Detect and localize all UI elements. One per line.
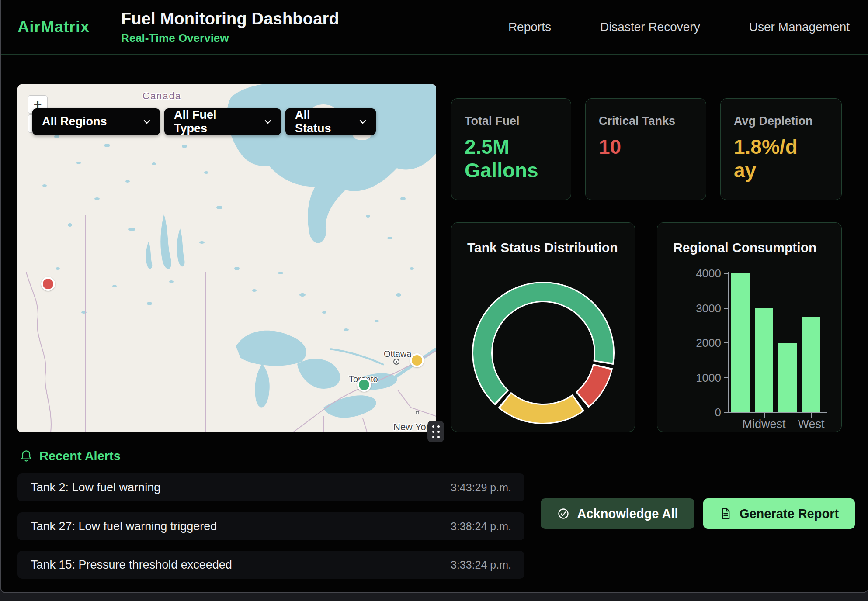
city-dot-new-york [416, 411, 419, 414]
tank-status-donut-chart [469, 279, 618, 427]
stat-label: Total Fuel [465, 114, 558, 128]
region-filter-dropdown[interactable]: All Regions [32, 108, 160, 135]
city-dot-ottawa-core [396, 361, 397, 363]
main-nav: Reports Disaster Recovery User Managemen… [508, 20, 850, 34]
tank-marker-normal[interactable] [357, 378, 371, 392]
alert-row[interactable]: Tank 15: Pressure threshold exceeded 3:3… [17, 551, 524, 579]
alert-row[interactable]: Tank 27: Low fuel warning triggered 3:38… [17, 512, 524, 540]
status-filter-dropdown[interactable]: All Status [285, 108, 376, 135]
x-tick-label: West [798, 418, 824, 431]
grip-dots-icon [432, 425, 440, 438]
tank-marker-warning[interactable] [410, 353, 424, 367]
header: AirMatrix Fuel Monitoring Dashboard Real… [1, 0, 868, 55]
map-resize-handle[interactable] [427, 421, 444, 442]
chart-title: Tank Status Distribution [451, 223, 635, 255]
alert-row[interactable]: Tank 2: Low fuel warning 3:43:29 p.m. [17, 473, 524, 501]
chevron-down-icon [264, 120, 271, 124]
dashboard-app: AirMatrix Fuel Monitoring Dashboard Real… [0, 0, 868, 593]
alerts-header: Recent Alerts [20, 449, 121, 463]
alert-message: Tank 27: Low fuel warning triggered [31, 520, 451, 533]
alert-message: Tank 15: Pressure threshold exceeded [31, 558, 451, 572]
acknowledge-all-label: Acknowledge All [577, 507, 678, 521]
tank-status-card: Tank Status Distribution [451, 222, 635, 432]
alert-time: 3:33:24 p.m. [451, 559, 511, 571]
tank-marker-critical[interactable] [41, 277, 55, 291]
chevron-down-icon [143, 120, 150, 124]
stat-label: Critical Tanks [599, 114, 693, 128]
fuel-map[interactable]: Canada Ottawa Toronto New York + − All R… [17, 84, 436, 432]
app-logo: AirMatrix [17, 18, 90, 36]
stat-card-total-fuel: Total Fuel 2.5M Gallons [451, 98, 571, 200]
check-circle-icon [557, 508, 569, 520]
x-tick-label: Midwest [742, 418, 785, 431]
stat-value: 2.5M Gallons [465, 135, 552, 183]
fuel-type-filter-value: All Fuel Types [174, 108, 253, 135]
generate-report-button[interactable]: Generate Report [703, 498, 855, 529]
map-label-ottawa: Ottawa [384, 349, 412, 359]
map-filters: All Regions All Fuel Types All Status [32, 108, 376, 135]
stat-card-avg-depletion: Avg Depletion 1.8%/day [720, 98, 842, 200]
alerts-title: Recent Alerts [39, 449, 121, 463]
document-icon [719, 508, 732, 520]
region-filter-value: All Regions [42, 115, 132, 128]
bell-icon [20, 450, 32, 463]
status-filter-value: All Status [295, 108, 348, 135]
stat-label: Avg Depletion [734, 114, 828, 128]
stat-card-critical-tanks: Critical Tanks 10 [585, 98, 706, 200]
regional-consumption-card: Regional Consumption 01000200030004000 M… [657, 222, 842, 432]
nav-disaster-recovery[interactable]: Disaster Recovery [600, 20, 700, 34]
nav-reports[interactable]: Reports [508, 20, 551, 34]
map-label-canada: Canada [142, 90, 181, 101]
alert-time: 3:43:29 p.m. [451, 481, 511, 494]
fuel-type-filter-dropdown[interactable]: All Fuel Types [164, 108, 281, 135]
map-canvas: Canada Ottawa Toronto New York [17, 84, 436, 432]
chevron-down-icon [359, 120, 366, 124]
stat-value: 10 [599, 135, 693, 159]
alert-time: 3:38:24 p.m. [451, 520, 511, 533]
page-title: Fuel Monitoring Dashboard [121, 10, 339, 28]
acknowledge-all-button[interactable]: Acknowledge All [541, 498, 694, 529]
nav-user-management[interactable]: User Management [749, 20, 850, 34]
bar-chart-x-labels: MidwestWest [657, 223, 841, 432]
generate-report-label: Generate Report [740, 507, 839, 521]
page-subtitle: Real-Time Overview [121, 31, 339, 45]
stat-value: 1.8%/day [734, 135, 799, 183]
alert-message: Tank 2: Low fuel warning [31, 481, 451, 494]
title-block: Fuel Monitoring Dashboard Real-Time Over… [121, 10, 339, 45]
